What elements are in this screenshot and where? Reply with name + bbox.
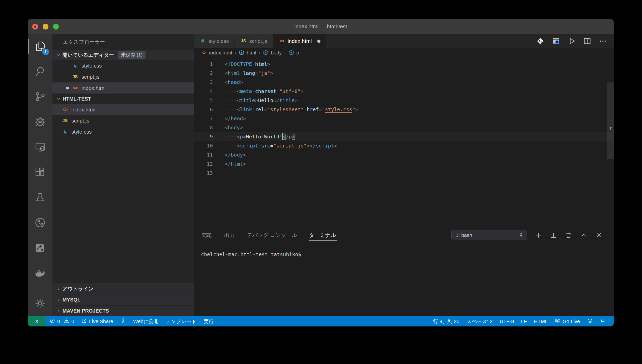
- sidebar-section-MYSQL[interactable]: MYSQL: [52, 294, 194, 305]
- code-line-4[interactable]: 4····<meta·charset="utf-8">: [194, 87, 614, 96]
- status-item-indentation[interactable]: スペース: 2: [463, 316, 496, 326]
- file-row-style.css[interactable]: #style.css: [52, 60, 194, 71]
- tab-script.js[interactable]: JSscript.js: [235, 34, 273, 48]
- open-preview-icon[interactable]: [552, 37, 560, 45]
- status-item-cursor-position[interactable]: 行 9、列 20: [429, 316, 463, 326]
- titlebar[interactable]: index.html — html-test: [28, 19, 614, 34]
- activity-bar-item-live-share[interactable]: [28, 236, 52, 261]
- tab-style.css[interactable]: #style.css: [194, 34, 235, 48]
- code-line-6[interactable]: 6····<link·rel="stylesheet"·href="style.…: [194, 105, 614, 114]
- activity-bar-item-extensions[interactable]: [28, 160, 52, 185]
- breadcrumb-body[interactable]: body: [263, 50, 282, 56]
- token-p: >: [240, 79, 243, 85]
- kill-terminal-icon[interactable]: [565, 231, 572, 239]
- code-line-9[interactable]: 9····<p>Hello·World!</p>: [194, 132, 614, 141]
- panel-tab-ターミナル[interactable]: ターミナル: [309, 227, 337, 244]
- open-editors-header[interactable]: 開いているエディター 未保存 (1): [52, 50, 194, 60]
- minimize-window-button[interactable]: [43, 24, 48, 29]
- status-item-notifications[interactable]: [596, 316, 609, 326]
- split-terminal-icon[interactable]: [550, 231, 557, 239]
- status-item-lightning[interactable]: [117, 316, 130, 326]
- sidebar-section-アウトライン[interactable]: アウトライン: [52, 283, 194, 294]
- activity-bar-item-explorer[interactable]: 1: [28, 34, 52, 59]
- beaker-icon: [34, 192, 46, 204]
- breadcrumb-separator: ›: [284, 50, 286, 55]
- breadcrumb-file[interactable]: <>index.html: [200, 50, 232, 56]
- more-actions-icon[interactable]: [599, 37, 607, 45]
- line-number: 11: [194, 150, 213, 159]
- terminal[interactable]: chelchel-mac:html-test tatsuhiko$: [194, 243, 614, 316]
- code-line-8[interactable]: 8<body>: [194, 123, 614, 132]
- select-arrows-icon: [518, 232, 524, 239]
- token-tag: head: [228, 79, 240, 85]
- status-bar-right: 行 9、列 20スペース: 2UTF-8LFHTMLGo Live: [429, 316, 614, 326]
- lightning-icon: [120, 318, 126, 325]
- activity-bar-item-remote-explorer[interactable]: [28, 135, 52, 160]
- activity-bar-item-testing[interactable]: [28, 185, 52, 210]
- token-tag: head: [231, 115, 243, 122]
- status-item-problems[interactable]: 00: [46, 316, 78, 326]
- panel-tab-出力[interactable]: 出力: [224, 227, 235, 244]
- token-eq: =: [270, 143, 273, 149]
- panel-tab-デバッグ コンソール[interactable]: デバッグ コンソール: [246, 227, 298, 244]
- activity-bar-item-search[interactable]: [28, 59, 52, 84]
- token-txt: Hello: [258, 97, 273, 103]
- status-item-feedback[interactable]: [583, 316, 596, 326]
- split-editor-icon[interactable]: [583, 37, 592, 45]
- terminal-shell-select[interactable]: 1: bash: [451, 230, 527, 240]
- open-changes-icon[interactable]: [536, 37, 545, 45]
- status-item-language-mode[interactable]: HTML: [531, 316, 551, 326]
- zoom-window-button[interactable]: [53, 24, 59, 29]
- file-row-script.js[interactable]: JSscript.js: [52, 115, 194, 126]
- status-item-template[interactable]: テンプレート: [162, 316, 200, 326]
- close-panel-icon[interactable]: [595, 231, 603, 239]
- vscode-window: index.html — html-test 1 エクスプローラー 開いているエ…: [28, 19, 614, 326]
- code-editor[interactable]: 1<!DOCTYPE·html>2<html·lang="ja">3<head>…: [194, 57, 614, 227]
- code-line-1[interactable]: 1<!DOCTYPE·html>: [194, 59, 614, 69]
- line-number: 6: [194, 105, 213, 114]
- status-item-eol[interactable]: LF: [517, 316, 530, 326]
- minimap[interactable]: T: [607, 57, 614, 227]
- panel-tabs: 問題出力デバッグ コンソールターミナル: [201, 227, 348, 244]
- new-terminal-icon[interactable]: [535, 231, 542, 239]
- code-line-2[interactable]: 2<html·lang="ja">: [194, 69, 614, 78]
- file-row-index.html[interactable]: <>index.html: [52, 104, 194, 115]
- minimap-slider[interactable]: [607, 82, 614, 159]
- status-item-live-share[interactable]: Live Share: [78, 316, 117, 326]
- sidebar-section-MAVEN PROJECTS[interactable]: MAVEN PROJECTS: [52, 305, 194, 316]
- maximize-panel-icon[interactable]: [580, 231, 588, 239]
- status-item-run[interactable]: 実行: [200, 316, 217, 326]
- code-line-7[interactable]: 7</head>: [194, 114, 614, 123]
- token-ws: ·: [304, 106, 307, 112]
- code-line-13[interactable]: 13: [194, 168, 614, 177]
- code-line-5[interactable]: 5····<title>Hello</title>: [194, 96, 614, 105]
- token-p: <: [225, 125, 228, 131]
- tab-index.html[interactable]: <>index.html: [273, 34, 327, 48]
- file-row-index.html[interactable]: <>index.html: [52, 82, 194, 94]
- breadcrumb-p[interactable]: p: [288, 50, 299, 56]
- status-item-publish-web[interactable]: Webに公開: [130, 316, 162, 326]
- code-line-11[interactable]: 11</body>: [194, 150, 614, 159]
- code-line-3[interactable]: 3<head>: [194, 78, 614, 87]
- file-row-style.css[interactable]: #style.css: [52, 126, 194, 137]
- panel-tab-問題[interactable]: 問題: [201, 227, 213, 244]
- tab-dirty-dot[interactable]: [317, 40, 320, 43]
- status-item-encoding[interactable]: UTF-8: [496, 316, 518, 326]
- activity-bar-item-circleci[interactable]: [28, 210, 52, 236]
- close-window-button[interactable]: [32, 24, 38, 29]
- code-line-10[interactable]: 10····<script·src="script.js"></script>: [194, 141, 614, 150]
- remote-indicator[interactable]: [28, 316, 46, 326]
- workspace-header[interactable]: HTML-TEST: [52, 94, 194, 104]
- run-icon[interactable]: [567, 37, 576, 45]
- activity-bar-item-settings[interactable]: [28, 291, 52, 316]
- activity-bar-item-source-control[interactable]: [28, 84, 52, 110]
- code-line-12[interactable]: 12</html>: [194, 159, 614, 168]
- breadcrumb-html[interactable]: html: [239, 50, 256, 56]
- token-attr: href: [307, 106, 319, 112]
- file-row-script.js[interactable]: JSscript.js: [52, 71, 194, 82]
- activity-bar-item-docker[interactable]: [28, 261, 52, 286]
- status-item-go-live[interactable]: Go Live: [551, 316, 583, 326]
- terminal-prompt: chelchel-mac:html-test tatsuhiko$: [201, 251, 301, 257]
- activity-bar-item-debug[interactable]: [28, 110, 52, 135]
- html-file-icon: <>: [200, 50, 207, 55]
